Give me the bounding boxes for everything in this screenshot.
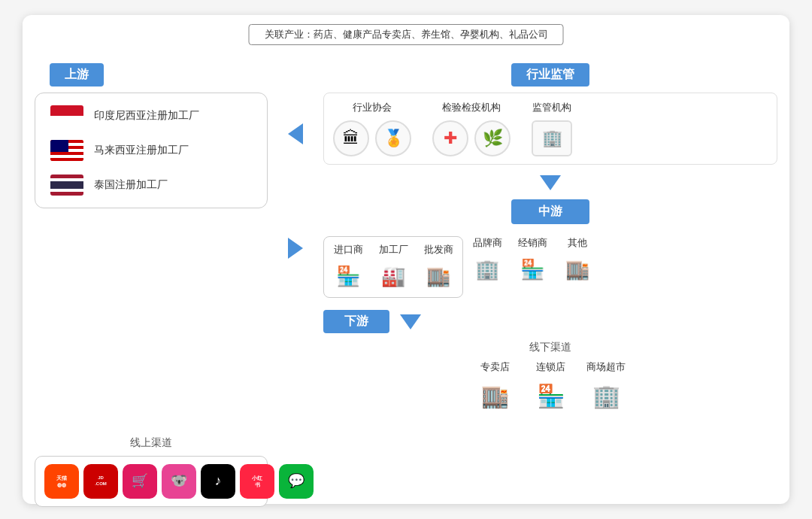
spacer bbox=[35, 214, 268, 430]
mid-grid: 进口商 🏪 加工厂 🏭 批发商 🏬 品牌商 bbox=[323, 236, 777, 298]
org-icon-4: 🌿 bbox=[474, 120, 511, 156]
sup-col-regulator-title: 监管机构 bbox=[532, 101, 571, 114]
flag-indonesia bbox=[50, 105, 83, 126]
app-tiktok[interactable]: ♪ bbox=[201, 464, 235, 499]
offline-section: 线下渠道 专卖店 🏬 连锁店 🏪 商场超市 🏢 bbox=[323, 341, 777, 413]
midstream-title-wrap: 中游 bbox=[323, 199, 777, 224]
supervision-title: 行业监管 bbox=[511, 63, 589, 86]
sup-col-inspection-title: 检验检疫机构 bbox=[442, 101, 501, 114]
entity-factory-icon: 🏭 bbox=[377, 261, 410, 291]
entity-brand-icon: 🏢 bbox=[471, 254, 504, 284]
arrow-down-1 bbox=[323, 175, 777, 190]
org-icon-5: 🏢 bbox=[532, 120, 572, 156]
entity-other-label: 其他 bbox=[568, 236, 587, 250]
store-icon-chain: 🏪 bbox=[530, 378, 571, 413]
entity-importer: 进口商 🏪 bbox=[332, 243, 365, 291]
entity-other-icon: 🏬 bbox=[561, 254, 594, 284]
app-taobao[interactable]: 天猫◍◍ bbox=[44, 464, 79, 499]
factory-item-th: 泰国注册加工厂 bbox=[50, 175, 252, 196]
offline-icons-row: 专卖店 🏬 连锁店 🏪 商场超市 🏢 bbox=[323, 360, 777, 413]
factory-label-th: 泰国注册加工厂 bbox=[94, 178, 168, 192]
left-column: 上游 印度尼西亚注册加工厂 bbox=[35, 63, 268, 507]
mid-group-2: 品牌商 🏢 经销商 🏪 其他 🏬 bbox=[471, 236, 594, 284]
supervision-title-wrap: 行业监管 bbox=[323, 63, 777, 86]
sup-icons-association: 🏛 🏅 bbox=[333, 120, 411, 156]
related-industries-label: 关联产业：药店、健康产品专卖店、养生馆、孕婴机构、礼品公司 bbox=[249, 24, 564, 45]
store-icon-specialty: 🏬 bbox=[474, 378, 515, 413]
sup-col-association-title: 行业协会 bbox=[353, 101, 392, 114]
flag-malaysia bbox=[50, 140, 83, 161]
factory-item-my: 马来西亚注册加工厂 bbox=[50, 140, 252, 161]
store-icon-mall: 🏢 bbox=[586, 378, 626, 413]
offline-label-specialty: 专卖店 bbox=[480, 360, 510, 374]
arrow-right-icon bbox=[288, 238, 303, 262]
factory-label-my: 马来西亚注册加工厂 bbox=[94, 144, 189, 157]
arrow-column bbox=[277, 63, 314, 507]
online-section: 线上渠道 天猫◍◍ JD.COM 🛒 🐨 bbox=[35, 436, 268, 507]
right-column: 行业监管 行业协会 🏛 🏅 bbox=[323, 63, 777, 507]
arrow-down-2-icon bbox=[400, 314, 421, 329]
org-icon-2: 🏅 bbox=[375, 120, 411, 156]
sup-col-association: 行业协会 🏛 🏅 bbox=[333, 101, 411, 156]
downstream-title: 下游 bbox=[323, 310, 389, 333]
main-card: 关联产业：药店、健康产品专卖店、养生馆、孕婴机构、礼品公司 上游 印度尼西亚 bbox=[23, 15, 789, 504]
app-kaola[interactable]: 🐨 bbox=[162, 464, 196, 499]
entity-importer-label: 进口商 bbox=[334, 243, 363, 256]
arrow-left-icon bbox=[288, 123, 303, 147]
sup-icons-inspection: ✚ 🌿 bbox=[432, 120, 511, 156]
app-jd[interactable]: JD.COM bbox=[83, 464, 118, 499]
entity-dealer: 经销商 🏪 bbox=[516, 236, 549, 284]
supervision-box: 行业协会 🏛 🏅 检验检疫机构 ✚ bbox=[323, 93, 777, 165]
mid-group-1: 进口商 🏪 加工厂 🏭 批发商 🏬 bbox=[323, 236, 463, 298]
entity-brand: 品牌商 🏢 bbox=[471, 236, 504, 284]
entity-dealer-icon: 🏪 bbox=[516, 254, 549, 284]
org-icon-3: ✚ bbox=[432, 120, 468, 156]
upstream-title: 上游 bbox=[50, 63, 104, 86]
entity-factory: 加工厂 🏭 bbox=[377, 243, 410, 291]
factory-item-id: 印度尼西亚注册加工厂 bbox=[50, 105, 252, 126]
online-title: 线上渠道 bbox=[35, 436, 268, 450]
upstream-area: 印度尼西亚注册加工厂 bbox=[35, 93, 268, 208]
upstream-box: 印度尼西亚注册加工厂 bbox=[35, 93, 268, 208]
org-icon-1: 🏛 bbox=[333, 120, 369, 156]
entity-dealer-label: 经销商 bbox=[518, 236, 547, 250]
entity-importer-icon: 🏪 bbox=[332, 261, 365, 291]
flag-thailand bbox=[50, 175, 83, 196]
online-icons-box: 天猫◍◍ JD.COM 🛒 🐨 ♪ bbox=[35, 456, 268, 507]
sup-icons-regulator: 🏢 bbox=[532, 120, 572, 156]
offline-label-chain: 连锁店 bbox=[536, 360, 565, 374]
upstream-title-wrap: 上游 bbox=[50, 63, 268, 86]
sup-col-inspection: 检验检疫机构 ✚ 🌿 bbox=[432, 101, 511, 156]
entity-wholesaler-icon: 🏬 bbox=[422, 261, 455, 291]
factory-label-id: 印度尼西亚注册加工厂 bbox=[94, 109, 199, 123]
entity-other: 其他 🏬 bbox=[561, 236, 594, 284]
entity-wholesaler-label: 批发商 bbox=[424, 243, 453, 256]
offline-col-chain: 连锁店 🏪 bbox=[530, 360, 571, 413]
entity-wholesaler: 批发商 🏬 bbox=[422, 243, 455, 291]
downstream-title-row: 下游 bbox=[323, 310, 777, 333]
offline-label-mall: 商场超市 bbox=[586, 360, 626, 374]
offline-title: 线下渠道 bbox=[323, 341, 777, 354]
entity-factory-label: 加工厂 bbox=[379, 243, 408, 256]
midstream-title: 中游 bbox=[511, 199, 589, 224]
app-xiaohongshu[interactable]: 小红书 bbox=[240, 464, 274, 499]
offline-col-specialty: 专卖店 🏬 bbox=[474, 360, 515, 413]
app-pinduoduo[interactable]: 🛒 bbox=[123, 464, 157, 499]
offline-col-mall: 商场超市 🏢 bbox=[586, 360, 626, 413]
entity-brand-label: 品牌商 bbox=[473, 236, 502, 250]
sup-col-regulator: 监管机构 🏢 bbox=[532, 101, 572, 156]
